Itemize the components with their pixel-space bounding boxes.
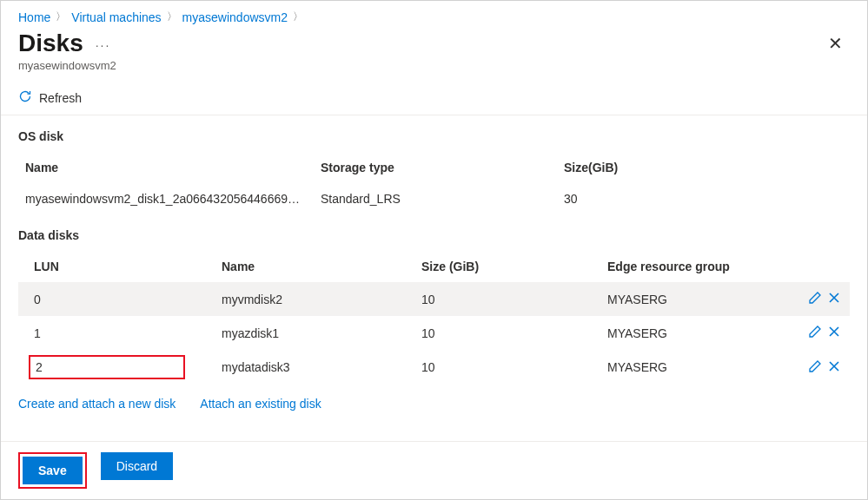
os-disk-table: Name Storage type Size(GiB) myasewindows… bbox=[18, 152, 850, 214]
save-button[interactable]: Save bbox=[23, 457, 83, 484]
refresh-label: Refresh bbox=[39, 91, 82, 105]
cell-size: 10 bbox=[414, 316, 600, 350]
create-attach-link[interactable]: Create and attach a new disk bbox=[18, 397, 176, 411]
col-size: Size(GiB) bbox=[557, 152, 850, 183]
col-name: Name bbox=[18, 152, 314, 183]
disk-action-links: Create and attach a new disk Attach an e… bbox=[1, 385, 867, 421]
cell-erg: MYASERG bbox=[600, 316, 798, 350]
more-menu-icon[interactable]: ··· bbox=[96, 38, 111, 52]
cell-lun: 2 bbox=[29, 355, 185, 379]
cell-storage: Standard_LRS bbox=[314, 183, 557, 214]
cell-lun: 0 bbox=[18, 282, 215, 316]
delete-icon[interactable] bbox=[827, 291, 841, 305]
col-name: Name bbox=[215, 251, 414, 282]
cell-name: myasewindowsvm2_disk1_2a066432056446669… bbox=[18, 183, 314, 214]
cell-size: 10 bbox=[414, 350, 600, 385]
chevron-right-icon: 〉 bbox=[293, 10, 303, 24]
edit-icon[interactable] bbox=[808, 325, 822, 339]
cell-size: 30 bbox=[557, 183, 850, 214]
col-erg: Edge resource group bbox=[600, 251, 798, 282]
edit-icon[interactable] bbox=[808, 359, 822, 373]
table-row: 1 myazdisk1 10 MYASERG bbox=[18, 316, 850, 350]
data-disks-heading: Data disks bbox=[18, 228, 850, 251]
refresh-button[interactable]: Refresh bbox=[18, 89, 82, 106]
breadcrumb-vms[interactable]: Virtual machines bbox=[71, 10, 161, 24]
discard-button[interactable]: Discard bbox=[101, 452, 173, 480]
table-row: 2 mydatadisk3 10 MYASERG bbox=[18, 350, 850, 385]
col-lun: LUN bbox=[18, 251, 215, 282]
data-disks-section: Data disks LUN Name Size (GiB) Edge reso… bbox=[1, 214, 867, 385]
cell-name: mydatadisk3 bbox=[215, 350, 414, 385]
breadcrumb: Home 〉 Virtual machines 〉 myasewindowsvm… bbox=[1, 1, 867, 28]
breadcrumb-vm[interactable]: myasewindowsvm2 bbox=[182, 10, 288, 24]
data-disks-table: LUN Name Size (GiB) Edge resource group … bbox=[18, 251, 850, 385]
page-subtitle: myasewindowsvm2 bbox=[1, 57, 867, 81]
cell-name: myvmdisk2 bbox=[215, 282, 414, 316]
edit-icon[interactable] bbox=[808, 291, 822, 305]
breadcrumb-home[interactable]: Home bbox=[18, 10, 50, 24]
cell-size: 10 bbox=[414, 282, 600, 316]
table-row: myasewindowsvm2_disk1_2a066432056446669…… bbox=[18, 183, 850, 214]
cell-name: myazdisk1 bbox=[215, 316, 414, 350]
chevron-right-icon: 〉 bbox=[167, 10, 177, 24]
os-disk-section: OS disk Name Storage type Size(GiB) myas… bbox=[1, 115, 867, 214]
close-icon[interactable]: ✕ bbox=[821, 30, 850, 57]
cell-lun: 1 bbox=[18, 316, 215, 350]
refresh-icon bbox=[18, 89, 32, 106]
chevron-right-icon: 〉 bbox=[56, 10, 66, 24]
col-size: Size (GiB) bbox=[414, 251, 600, 282]
cell-erg: MYASERG bbox=[600, 282, 798, 316]
delete-icon[interactable] bbox=[827, 359, 841, 373]
footer-actions: Save Discard bbox=[1, 441, 867, 499]
page-title: Disks bbox=[18, 30, 83, 57]
table-row: 0 myvmdisk2 10 MYASERG bbox=[18, 282, 850, 316]
attach-existing-link[interactable]: Attach an existing disk bbox=[200, 397, 321, 411]
delete-icon[interactable] bbox=[827, 325, 841, 339]
col-storage-type: Storage type bbox=[314, 152, 557, 183]
cell-erg: MYASERG bbox=[600, 350, 798, 385]
os-disk-heading: OS disk bbox=[18, 129, 850, 152]
toolbar: Refresh bbox=[1, 81, 867, 115]
